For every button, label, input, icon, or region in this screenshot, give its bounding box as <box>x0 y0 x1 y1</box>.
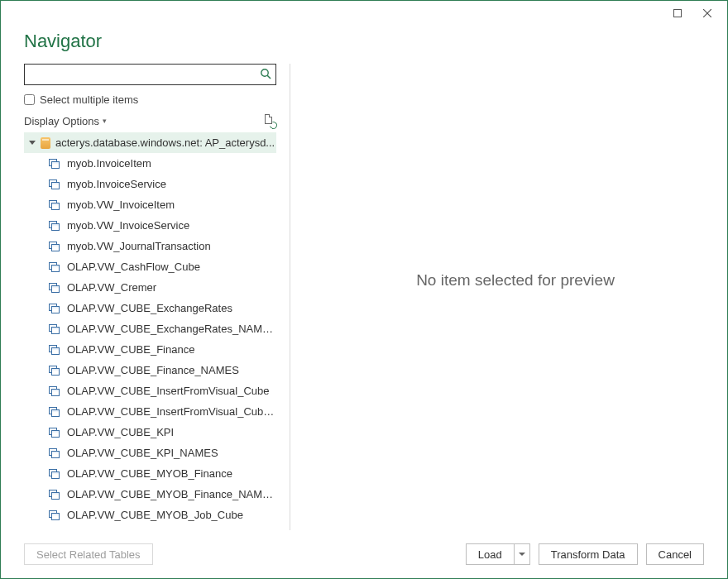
tree-item[interactable]: OLAP.VW_CUBE_KPI <box>24 422 276 443</box>
database-icon <box>41 137 50 149</box>
tree-item[interactable]: OLAP.VW_CUBE_ExchangeRates_NAMES <box>24 318 276 339</box>
preview-empty-text: No item selected for preview <box>416 271 615 290</box>
tree-item[interactable]: OLAP.VW_CUBE_MYOB_Job_Cube <box>24 505 276 525</box>
view-icon <box>49 200 60 210</box>
tree-item-label: OLAP.VW_CUBE_MYOB_Job_Cube <box>67 509 243 521</box>
dialog-title: Navigator <box>24 31 704 52</box>
view-icon <box>49 304 60 313</box>
tree-item[interactable]: myob.InvoiceItem <box>24 153 276 174</box>
tree-wrap: acterys.database.windows.net: AP_acterys… <box>24 132 276 530</box>
tree-item[interactable]: myob.VW_InvoiceItem <box>24 194 276 215</box>
chevron-down-icon: ▾ <box>103 117 107 125</box>
search-icon <box>260 68 271 79</box>
tree-item-label: OLAP.VW_CUBE_InsertFromVisual_Cube_... <box>67 405 276 418</box>
load-split-button: Load <box>466 543 530 565</box>
svg-rect-0 <box>674 10 682 17</box>
tree-root-label: acterys.database.windows.net: AP_acterys… <box>55 136 276 149</box>
tree-item[interactable]: OLAP.VW_CUBE_MYOB_Finance <box>24 463 276 484</box>
caret-down-icon <box>29 141 36 145</box>
view-icon <box>49 179 60 189</box>
tree-item[interactable]: myob.InvoiceService <box>24 174 276 194</box>
left-pane: Select multiple items Display Options ▾ <box>24 64 276 530</box>
tree-item[interactable]: myob.VW_InvoiceService <box>24 215 276 236</box>
tree-item-label: myob.VW_InvoiceItem <box>67 199 175 211</box>
pane-divider <box>290 64 290 530</box>
dialog-body: Select multiple items Display Options ▾ <box>1 64 727 530</box>
transform-data-button[interactable]: Transform Data <box>539 543 638 565</box>
tree-item[interactable]: OLAP.VW_CUBE_Finance_NAMES <box>24 360 276 380</box>
tree-item[interactable]: OLAP.VW_CashFlow_Cube <box>24 256 276 277</box>
tree-item-label: myob.VW_InvoiceService <box>67 219 189 232</box>
tree-item[interactable]: OLAP.VW_CUBE_InsertFromVisual_Cube <box>24 380 276 401</box>
view-icon <box>49 283 60 293</box>
window-maximize-button[interactable] <box>663 3 692 23</box>
view-icon <box>49 510 60 520</box>
view-icon <box>49 407 60 417</box>
dialog-footer: Select Related Tables Load Transform Dat… <box>1 530 727 578</box>
tree-item-label: myob.InvoiceService <box>67 178 166 190</box>
tree-root-node[interactable]: acterys.database.windows.net: AP_acterys… <box>24 132 276 153</box>
tree-item-label: OLAP.VW_Cremer <box>67 281 156 294</box>
tree-item-label: OLAP.VW_CUBE_ExchangeRates_NAMES <box>67 323 276 335</box>
cancel-button[interactable]: Cancel <box>646 543 704 565</box>
view-icon <box>49 262 60 272</box>
select-multiple-items-checkbox[interactable]: Select multiple items <box>24 93 276 106</box>
view-icon <box>49 448 60 458</box>
options-row: Display Options ▾ <box>24 114 276 127</box>
square-icon <box>673 9 682 17</box>
chevron-down-icon <box>519 553 525 556</box>
object-tree[interactable]: acterys.database.windows.net: AP_acterys… <box>24 132 276 530</box>
view-icon <box>49 469 60 479</box>
window-close-button[interactable] <box>692 3 722 23</box>
tree-item-label: OLAP.VW_CUBE_InsertFromVisual_Cube <box>67 385 269 397</box>
display-options-label: Display Options <box>24 115 99 127</box>
view-icon <box>49 428 60 438</box>
load-dropdown-button[interactable] <box>514 543 530 565</box>
tree-item-label: OLAP.VW_CUBE_KPI <box>67 426 174 438</box>
tree-item[interactable]: OLAP.VW_CUBE_ExchangeRates <box>24 298 276 318</box>
tree-item[interactable]: myob.VW_JournalTransaction <box>24 236 276 256</box>
view-icon <box>49 324 60 334</box>
select-related-tables-button[interactable]: Select Related Tables <box>24 543 153 565</box>
tree-item-label: OLAP.VW_CUBE_Finance_NAMES <box>67 364 239 376</box>
tree-item-label: myob.InvoiceItem <box>67 157 151 170</box>
tree-item[interactable]: OLAP.VW_CUBE_MYOB_Finance_NAMES <box>24 484 276 505</box>
select-multiple-items-label: Select multiple items <box>40 93 138 106</box>
tree-item-label: OLAP.VW_CUBE_MYOB_Finance <box>67 467 232 480</box>
refresh-button[interactable] <box>263 114 276 127</box>
tree-item-label: OLAP.VW_CUBE_Finance <box>67 343 194 356</box>
navigator-dialog: Navigator Select multiple items Displa <box>0 0 728 579</box>
tree-item[interactable]: OLAP.VW_CUBE_InsertFromVisual_Cube_... <box>24 401 276 422</box>
svg-point-3 <box>261 69 268 76</box>
view-icon <box>49 386 60 396</box>
search-wrap <box>24 64 276 85</box>
preview-pane: No item selected for preview <box>304 64 727 530</box>
tree-item[interactable]: OLAP.VW_Cremer <box>24 277 276 298</box>
tree-item[interactable]: OLAP.VW_CUBE_Finance <box>24 339 276 360</box>
view-icon <box>49 366 60 376</box>
load-button[interactable]: Load <box>466 543 514 565</box>
search-input[interactable] <box>24 64 276 85</box>
dialog-header: Navigator <box>1 26 727 64</box>
svg-line-4 <box>267 75 271 79</box>
view-icon <box>49 345 60 355</box>
view-icon <box>49 490 60 500</box>
view-icon <box>49 159 60 169</box>
close-icon <box>703 9 711 17</box>
window-titlebar <box>1 1 727 26</box>
tree-item-label: myob.VW_JournalTransaction <box>67 240 211 252</box>
select-multiple-items-input[interactable] <box>24 94 35 105</box>
tree-item-label: OLAP.VW_CUBE_KPI_NAMES <box>67 447 218 459</box>
view-icon <box>49 242 60 251</box>
tree-item-label: OLAP.VW_CUBE_MYOB_Finance_NAMES <box>67 488 276 500</box>
display-options-dropdown[interactable]: Display Options ▾ <box>24 115 107 127</box>
tree-item[interactable]: OLAP.VW_CUBE_KPI_NAMES <box>24 443 276 463</box>
tree-item-label: OLAP.VW_CashFlow_Cube <box>67 261 200 273</box>
view-icon <box>49 221 60 231</box>
tree-item-label: OLAP.VW_CUBE_ExchangeRates <box>67 302 232 314</box>
